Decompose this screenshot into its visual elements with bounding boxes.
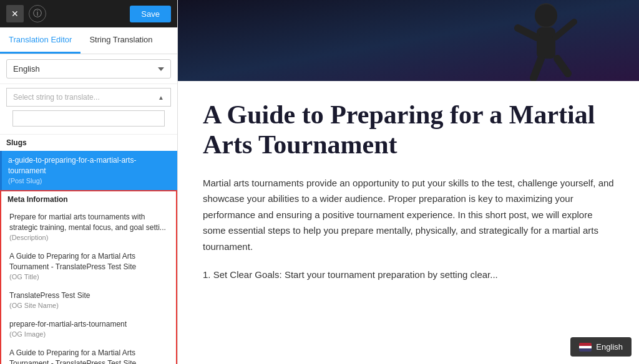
item-meta-1-type: (Description) [9,233,170,242]
right-content: A Guide to Preparing for a Martial Arts … [178,0,639,364]
article-body: A Guide to Preparing for a Martial Arts … [178,81,639,308]
language-badge[interactable]: English [570,337,632,357]
item-meta-2-type: (OG Title) [9,272,170,282]
group-meta-header: Meta Information [1,191,176,208]
tab-string-translation[interactable]: String Translation [80,27,161,54]
item-meta-2-text: A Guide to Preparing for a Martial Arts … [9,251,170,272]
item-meta-1-text: Prepare for martial arts tournaments wit… [9,212,170,233]
list-item-meta-5[interactable]: A Guide to Preparing for a Martial Arts … [1,343,176,364]
tabs-bar: Translation Editor String Translation [0,27,177,54]
group-slugs: Slugs a-guide-to-preparing-for-a-martial… [0,135,177,190]
group-slugs-header: Slugs [0,135,177,151]
string-search-input[interactable] [12,110,165,127]
item-slug-1-text: a-guide-to-preparing-for-a-martial-arts-… [8,155,171,176]
tab-translation-editor[interactable]: Translation Editor [0,27,80,54]
hero-image [178,0,639,81]
info-button[interactable]: ⓘ [29,5,46,22]
article-intro: Martial arts tournaments provide an oppo… [203,175,614,255]
top-bar: ✕ ⓘ Save [0,0,177,27]
string-list-area: Slugs a-guide-to-preparing-for-a-martial… [0,135,177,364]
list-item-meta-1[interactable]: Prepare for martial arts tournaments wit… [1,208,176,247]
string-selector-button[interactable]: Select string to translate... ▲ [6,88,171,107]
string-selector-placeholder: Select string to translate... [13,93,100,102]
svg-rect-2 [537,27,555,59]
language-select[interactable]: English French Spanish German [6,59,171,79]
item-meta-3-type: (OG Site Name) [9,301,170,310]
left-panel: ✕ ⓘ Save Translation Editor String Trans… [0,0,178,364]
list-item-slug-1[interactable]: a-guide-to-preparing-for-a-martial-arts-… [0,151,177,190]
language-select-wrapper: English French Spanish German [0,54,177,84]
group-meta-information: Meta Information Prepare for martial art… [0,190,177,364]
string-selector-wrapper: Select string to translate... ▲ [0,84,177,135]
svg-rect-0 [178,0,639,81]
article-title: A Guide to Preparing for a Martial Arts … [203,100,614,160]
close-button[interactable]: ✕ [6,5,24,22]
svg-point-7 [535,4,557,27]
article-point-1: 1. Set Clear Goals: Start your tournamen… [203,267,614,283]
item-meta-3-text: TranslatePress Test Site [9,290,170,301]
hero-svg [178,0,639,81]
us-flag-icon [579,343,592,352]
list-item-meta-4[interactable]: prepare-for-martial-arts-tournament (OG … [1,315,176,343]
item-meta-4-type: (OG Image) [9,330,170,339]
list-item-meta-2[interactable]: A Guide to Preparing for a Martial Arts … [1,247,176,286]
save-button[interactable]: Save [130,6,171,22]
item-meta-4-text: prepare-for-martial-arts-tournament [9,319,170,330]
chevron-up-icon: ▲ [158,94,164,101]
lang-badge-label: English [596,342,623,352]
item-meta-5-text: A Guide to Preparing for a Martial Arts … [9,348,170,364]
list-item-meta-3[interactable]: TranslatePress Test Site (OG Site Name) [1,286,176,315]
item-slug-1-type: (Post Slug) [8,176,171,186]
